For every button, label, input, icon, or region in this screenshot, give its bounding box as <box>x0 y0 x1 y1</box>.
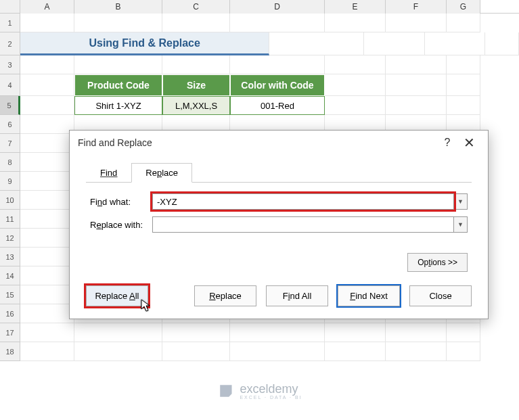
cell[interactable] <box>386 74 447 96</box>
row-header[interactable]: 7 <box>0 134 20 153</box>
cell[interactable]: 001-Red <box>230 96 325 115</box>
cell[interactable] <box>20 342 74 361</box>
cell[interactable]: Shirt 1-XYZ <box>74 96 162 115</box>
cell[interactable] <box>20 285 74 304</box>
row-header[interactable]: 13 <box>0 248 20 266</box>
watermark-name: exceldemy <box>240 382 302 396</box>
close-button[interactable]: Close <box>409 285 472 306</box>
cell[interactable] <box>386 96 447 115</box>
row-header[interactable]: 8 <box>0 153 20 172</box>
cell[interactable] <box>20 323 74 342</box>
dialog-titlebar[interactable]: Find and Replace ? ✕ <box>70 131 488 155</box>
row-header[interactable]: 12 <box>0 229 20 248</box>
cell[interactable] <box>386 55 447 74</box>
row-header[interactable]: 5 <box>0 96 20 115</box>
col-header-G[interactable]: G <box>447 0 480 14</box>
cell[interactable] <box>20 74 74 96</box>
title-cell[interactable]: Using Find & Replace <box>20 32 270 55</box>
cell[interactable] <box>230 342 325 361</box>
row-header[interactable]: 18 <box>0 342 20 361</box>
replace-all-button[interactable]: Replace All <box>86 285 148 306</box>
cell[interactable] <box>447 74 480 96</box>
col-header-B[interactable]: B <box>74 0 162 14</box>
cell[interactable] <box>74 342 162 361</box>
cell[interactable] <box>20 55 74 74</box>
cell[interactable] <box>230 14 325 32</box>
cell[interactable] <box>447 342 480 361</box>
cell[interactable] <box>386 14 447 32</box>
col-header-C[interactable]: C <box>162 0 230 14</box>
row-header[interactable]: 6 <box>0 115 20 134</box>
cell[interactable] <box>162 14 230 32</box>
find-dropdown-icon[interactable]: ▼ <box>454 193 468 210</box>
cell[interactable] <box>20 14 74 32</box>
options-button[interactable]: Options >> <box>407 253 468 272</box>
cell[interactable] <box>269 32 363 55</box>
col-header-D[interactable]: D <box>230 0 325 14</box>
row-header[interactable]: 10 <box>0 191 20 210</box>
cell[interactable] <box>425 32 486 55</box>
row-header[interactable]: 2 <box>0 32 20 55</box>
replace-dropdown-icon[interactable]: ▼ <box>454 216 468 233</box>
close-icon[interactable]: ✕ <box>458 132 480 154</box>
cell[interactable] <box>386 323 447 342</box>
select-all-corner[interactable] <box>0 0 20 13</box>
tab-find[interactable]: Find <box>86 163 131 183</box>
cell[interactable] <box>20 96 74 115</box>
cell[interactable] <box>230 55 325 74</box>
cell[interactable] <box>20 266 74 285</box>
find-next-button[interactable]: Find Next <box>338 285 400 306</box>
cell[interactable] <box>20 210 74 229</box>
cell[interactable] <box>74 323 162 342</box>
row-header[interactable]: 14 <box>0 266 20 285</box>
cell[interactable] <box>20 248 74 266</box>
cell[interactable] <box>325 55 386 74</box>
cell[interactable] <box>325 96 386 115</box>
col-header-A[interactable]: A <box>20 0 74 14</box>
find-all-button[interactable]: Find All <box>266 285 328 306</box>
cell[interactable] <box>20 191 74 210</box>
cell[interactable] <box>74 14 162 32</box>
cell[interactable] <box>162 55 230 74</box>
row-header[interactable]: 11 <box>0 210 20 229</box>
row-header[interactable]: 3 <box>0 55 20 74</box>
cell[interactable] <box>20 172 74 191</box>
cell[interactable] <box>447 55 480 74</box>
replace-button[interactable]: Replace <box>194 285 256 306</box>
row-header[interactable]: 15 <box>0 285 20 304</box>
cell[interactable]: Product Code <box>74 74 162 96</box>
col-header-E[interactable]: E <box>325 0 386 14</box>
tab-replace[interactable]: Replace <box>131 163 192 183</box>
cell[interactable] <box>364 32 425 55</box>
cell[interactable] <box>20 153 74 172</box>
row-header[interactable]: 17 <box>0 323 20 342</box>
cell[interactable] <box>325 14 386 32</box>
cell[interactable] <box>20 304 74 323</box>
cell[interactable]: Size <box>162 74 230 96</box>
cell[interactable] <box>74 55 162 74</box>
cell[interactable] <box>230 323 325 342</box>
cell[interactable] <box>162 342 230 361</box>
row-header[interactable]: 1 <box>0 14 20 32</box>
cell[interactable]: Color with Code <box>230 74 325 96</box>
cell[interactable] <box>485 32 519 55</box>
cell[interactable] <box>20 115 74 134</box>
cell[interactable] <box>447 96 480 115</box>
col-header-F[interactable]: F <box>386 0 447 14</box>
find-what-input[interactable] <box>152 193 454 210</box>
row-header[interactable]: 4 <box>0 74 20 96</box>
cell[interactable] <box>325 323 386 342</box>
cell[interactable] <box>20 134 74 153</box>
row-header[interactable]: 9 <box>0 172 20 191</box>
cell[interactable] <box>386 342 447 361</box>
cell[interactable] <box>325 74 386 96</box>
cell[interactable] <box>162 323 230 342</box>
cell[interactable] <box>447 14 480 32</box>
replace-with-input[interactable] <box>152 216 454 233</box>
cell[interactable]: L,M,XXL,S <box>162 96 230 115</box>
cell[interactable] <box>325 342 386 361</box>
help-button[interactable]: ? <box>436 132 458 154</box>
cell[interactable] <box>447 323 480 342</box>
row-header[interactable]: 16 <box>0 304 20 323</box>
cell[interactable] <box>20 229 74 248</box>
